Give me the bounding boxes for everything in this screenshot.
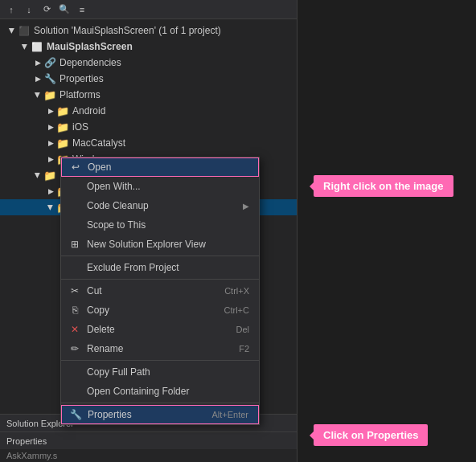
cm-label-code-cleanup: Code Cleanup xyxy=(87,200,243,211)
delete-icon: ✕ xyxy=(68,322,82,337)
tree-label-ios: iOS xyxy=(72,121,88,133)
cm-shortcut-delete: Del xyxy=(236,325,249,334)
arrow-solution: ▶ xyxy=(6,25,18,36)
toolbar-btn-5[interactable]: ≡ xyxy=(74,2,90,18)
tree-label-android: Android xyxy=(72,105,105,117)
deps-icon: 🔗 xyxy=(43,56,56,69)
cm-item-new-solution-view[interactable]: ⊞ New Solution Explorer View xyxy=(61,235,259,254)
tree-item-properties[interactable]: ▶ 🔧 Properties xyxy=(0,71,297,87)
tree-label-solution: Solution 'MauiSplashScreen' (1 of 1 proj… xyxy=(34,25,221,36)
arrow-platforms: ▶ xyxy=(32,89,43,100)
cm-item-rename[interactable]: ✏ Rename F2 xyxy=(61,339,259,358)
new-solution-view-icon: ⊞ xyxy=(68,237,82,251)
cm-separator-2 xyxy=(61,279,259,280)
open-with-icon xyxy=(68,179,82,194)
arrow-props: ▶ xyxy=(32,73,43,84)
cm-shortcut-cut: Ctrl+X xyxy=(224,286,249,296)
context-menu: ↩ Open Open With... Code Cleanup ▶ Scope… xyxy=(60,157,260,425)
tree-label-platforms: Platforms xyxy=(60,89,101,100)
folder-icon-ios: 📁 xyxy=(56,121,69,133)
cm-label-cut: Cut xyxy=(87,285,224,296)
cm-label-copy: Copy xyxy=(87,305,224,316)
cm-item-open-containing[interactable]: Open Containing Folder xyxy=(61,382,259,401)
arrow-resources: ▶ xyxy=(32,170,43,181)
cm-item-cut[interactable]: ✂ Cut Ctrl+X xyxy=(61,281,259,301)
cm-item-copy[interactable]: ⎘ Copy Ctrl+C xyxy=(61,301,259,320)
exclude-icon xyxy=(68,260,82,275)
cm-label-open: Open xyxy=(88,161,248,173)
props-icon: 🔧 xyxy=(43,72,56,85)
cm-shortcut-rename: F2 xyxy=(239,344,249,354)
tree-label-maccatalyst: MacCatalyst xyxy=(72,137,125,149)
cm-item-copy-full-path[interactable]: Copy Full Path xyxy=(61,362,259,382)
arrow-windows: ▶ xyxy=(45,153,56,165)
callout-bottom-text: Click on Properties xyxy=(323,429,418,441)
toolbar-btn-2[interactable]: ↓ xyxy=(21,2,37,18)
cm-label-new-solution-view: New Solution Explorer View xyxy=(87,239,249,250)
cm-label-open-with: Open With... xyxy=(87,181,249,192)
arrow-mac: ▶ xyxy=(45,137,56,149)
toolbar-btn-3[interactable]: ⟳ xyxy=(39,2,55,18)
panel-content-area: AskXammy.s xyxy=(0,449,297,462)
cm-separator-1 xyxy=(61,256,259,256)
panel-tab-properties[interactable]: Properties xyxy=(0,431,297,449)
tree-item-maccatalyst[interactable]: ▶ 📁 MacCatalyst xyxy=(0,135,297,151)
callout-right-click: Right click on the image xyxy=(314,175,453,197)
cut-icon: ✂ xyxy=(68,284,82,298)
tree-item-solution[interactable]: ▶ ⬛ Solution 'MauiSplashScreen' (1 of 1 … xyxy=(0,22,297,39)
cm-label-scope: Scope to This xyxy=(87,219,249,231)
tree-item-project[interactable]: ▶ ⬜ MauiSplashScreen xyxy=(0,39,297,55)
cm-item-open-with[interactable]: Open With... xyxy=(61,177,259,196)
solution-icon: ⬛ xyxy=(18,24,31,37)
tree-item-platforms[interactable]: ▶ 📁 Platforms xyxy=(0,87,297,103)
tree-label-dependencies: Dependencies xyxy=(60,57,121,68)
cm-item-exclude[interactable]: Exclude From Project xyxy=(61,258,259,277)
cm-shortcut-properties: Alt+Enter xyxy=(211,410,248,419)
tree-item-dependencies[interactable]: ▶ 🔗 Dependencies xyxy=(0,55,297,71)
toolbar-btn-4[interactable]: 🔍 xyxy=(56,2,72,18)
cm-label-copy-full-path: Copy Full Path xyxy=(87,366,249,378)
tree-item-ios[interactable]: ▶ 📁 iOS xyxy=(0,119,297,135)
cm-shortcut-copy: Ctrl+C xyxy=(224,305,249,315)
panel-content-text: AskXammy.s xyxy=(6,451,57,460)
arrow-deps: ▶ xyxy=(32,57,43,68)
panel-tab-label-props: Properties xyxy=(6,436,47,446)
tree-item-android[interactable]: ▶ 📁 Android xyxy=(0,103,297,119)
callout-click-properties: Click on Properties xyxy=(314,424,428,446)
cm-label-open-containing: Open Containing Folder xyxy=(87,386,249,397)
open-containing-icon xyxy=(68,384,82,399)
tree-label-project: MauiSplashScreen xyxy=(47,41,133,52)
folder-icon-android: 📁 xyxy=(56,104,69,117)
arrow-images: ▶ xyxy=(45,202,56,213)
properties-icon: 🔧 xyxy=(68,407,83,422)
copy-full-path-icon xyxy=(68,365,82,379)
open-icon: ↩ xyxy=(68,160,83,174)
code-cleanup-submenu-arrow: ▶ xyxy=(243,202,249,211)
copy-icon: ⎘ xyxy=(68,303,82,317)
cm-item-open[interactable]: ↩ Open xyxy=(61,157,259,177)
cm-separator-3 xyxy=(61,360,259,361)
project-icon: ⬜ xyxy=(31,40,43,53)
folder-icon-mac: 📁 xyxy=(56,137,69,149)
folder-icon-platforms: 📁 xyxy=(43,88,56,101)
arrow-project: ▶ xyxy=(19,41,31,52)
toolbar-btn-1[interactable]: ↑ xyxy=(3,2,19,18)
cm-item-properties[interactable]: 🔧 Properties Alt+Enter xyxy=(61,405,259,424)
arrow-android: ▶ xyxy=(45,105,56,117)
cm-item-scope-to-this[interactable]: Scope to This xyxy=(61,215,259,235)
cm-label-delete: Delete xyxy=(87,324,236,335)
arrow-fonts: ▶ xyxy=(45,186,56,197)
scope-icon xyxy=(68,218,82,232)
cm-separator-4 xyxy=(61,403,259,403)
cm-label-exclude: Exclude From Project xyxy=(87,262,249,273)
cm-label-properties: Properties xyxy=(88,409,211,420)
arrow-ios: ▶ xyxy=(45,121,56,133)
callout-top-text: Right click on the image xyxy=(323,180,444,192)
cm-item-delete[interactable]: ✕ Delete Del xyxy=(61,320,259,339)
tree-label-properties: Properties xyxy=(60,73,104,84)
cm-item-code-cleanup[interactable]: Code Cleanup ▶ xyxy=(61,196,259,215)
solution-explorer-toolbar: ↑ ↓ ⟳ 🔍 ≡ xyxy=(0,0,297,19)
code-cleanup-icon xyxy=(68,198,82,213)
rename-icon: ✏ xyxy=(68,341,82,356)
cm-label-rename: Rename xyxy=(87,343,239,354)
